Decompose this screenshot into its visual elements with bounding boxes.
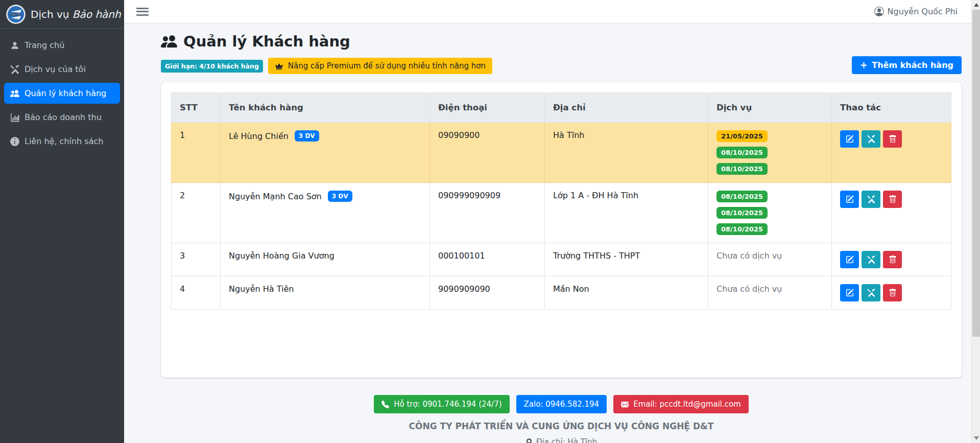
cell-actions [832, 243, 951, 276]
service-date-badge: 08/10/2025 [716, 207, 768, 219]
col-name: Tên khách hàng [221, 93, 430, 123]
brand-title: Dịch vụ Bảo hành [31, 8, 121, 20]
edit-icon [846, 289, 854, 297]
cell-address: Mần Non [545, 276, 708, 310]
footer-address-line: Địa chỉ: Hà Tĩnh [525, 437, 597, 443]
info-icon [10, 137, 19, 146]
cell-name: Nguyễn Hoàng Gia Vương [221, 243, 430, 276]
scroll-up-arrow-icon[interactable] [974, 3, 979, 7]
trash-icon [889, 255, 897, 264]
services-button[interactable] [862, 191, 880, 208]
service-date-badge: 21/05/2025 [716, 130, 768, 142]
service-date-badge: 08/10/2025 [716, 223, 768, 235]
footer: Hỗ trợ: 0901.746.194 (24/7) Zalo: 0946.5… [161, 395, 962, 443]
edit-button[interactable] [840, 130, 859, 148]
sidebar-item-bao-cao-doanh-thu[interactable]: Báo cáo doanh thu [4, 107, 120, 128]
tools-icon [867, 255, 875, 264]
tools-icon [10, 65, 19, 74]
services-button[interactable] [862, 130, 880, 148]
premium-upgrade-badge[interactable]: Nâng cấp Premium để sử dụng nhiều tính n… [268, 58, 492, 74]
cell-phone: 09090900 [430, 123, 545, 183]
cell-services: 21/05/2025 08/10/2025 08/10/2025 [708, 123, 832, 183]
person-icon [10, 41, 19, 50]
customer-table-card: STT Tên khách hàng Điện thoại Địa chỉ Dị… [161, 82, 962, 378]
support-phone-button[interactable]: Hỗ trợ: 0901.746.194 (24/7) [374, 395, 509, 413]
service-date-badge: 08/10/2025 [716, 191, 768, 202]
edit-button[interactable] [840, 191, 859, 208]
trash-icon [889, 289, 897, 297]
table-row[interactable]: 4 Nguyễn Hà Tiên 9090909090 Mần Non Chưa… [172, 276, 951, 310]
sidebar-item-quan-ly-khach-hang[interactable]: Quản lý khách hàng [4, 83, 120, 104]
cell-address: Lớp 1 A - ĐH Hà Tĩnh [545, 183, 708, 243]
users-icon [10, 89, 19, 98]
svg-text:GỌI TÔI: GỌI TÔI [11, 13, 20, 16]
cell-stt: 3 [172, 243, 221, 276]
services-button[interactable] [862, 251, 880, 268]
phone-icon [381, 401, 389, 408]
vertical-scrollbar[interactable] [971, 0, 980, 443]
no-service-label: Chưa có dịch vụ [716, 284, 782, 294]
delete-button[interactable] [883, 191, 902, 208]
edit-icon [846, 255, 854, 264]
sidebar-item-label: Quản lý khách hàng [25, 88, 106, 98]
cell-stt: 4 [172, 276, 221, 310]
no-service-label: Chưa có dịch vụ [716, 251, 782, 261]
edit-button[interactable] [840, 251, 859, 268]
email-button[interactable]: Email: pccdt.ltd@gmail.com [613, 395, 749, 413]
service-count-badge: 3 DV [295, 130, 319, 142]
add-customer-button[interactable]: Thêm khách hàng [852, 56, 962, 74]
trash-icon [889, 195, 897, 203]
user-name: Nguyễn Quốc Phi [888, 7, 958, 16]
company-name: CÔNG TY PHÁT TRIỂN VÀ CUNG ỨNG DỊCH VỤ C… [409, 421, 714, 431]
table-row[interactable]: 3 Nguyễn Hoàng Gia Vương 000100101 Trườn… [172, 243, 951, 276]
customer-table: STT Tên khách hàng Điện thoại Địa chỉ Dị… [171, 92, 951, 310]
sidebar-item-dich-vu-cua-toi[interactable]: Dịch vụ của tôi [4, 59, 120, 80]
sidebar-item-label: Trang chủ [25, 40, 64, 50]
cell-phone: 9090909090 [430, 276, 545, 310]
delete-button[interactable] [883, 284, 902, 301]
cell-address: Hà Tĩnh [545, 123, 708, 183]
main-area: Nguyễn Quốc Phi Quản lý Khách hàng Giới … [124, 0, 980, 443]
cell-services: Chưa có dịch vụ [708, 276, 832, 310]
sidebar-item-lien-he-chinh-sach[interactable]: Liên hệ, chính sách [4, 131, 120, 152]
edit-icon [846, 135, 854, 143]
sidebar-nav: Trang chủ Dịch vụ của tôi Quản lý khách … [0, 29, 124, 152]
cell-name: Nguyễn Mạnh Cao Sơn 3 DV [221, 183, 430, 243]
page-title: Quản lý Khách hàng [161, 33, 962, 50]
sidebar-item-label: Dịch vụ của tôi [25, 64, 86, 74]
table-row[interactable]: 1 Lê Hùng Chiến 3 DV 09090900 Hà Tĩnh [172, 123, 951, 183]
sidebar-item-label: Báo cáo doanh thu [25, 112, 102, 122]
sidebar-item-trang-chu[interactable]: Trang chủ [4, 35, 120, 56]
cell-stt: 1 [172, 123, 221, 183]
person-circle-icon [874, 7, 884, 16]
trash-icon [889, 135, 897, 143]
scroll-down-arrow-icon[interactable] [974, 436, 979, 440]
services-button[interactable] [862, 284, 880, 301]
toolbar: Giới hạn: 4/10 khách hàng Nâng cấp Premi… [161, 56, 962, 74]
tools-icon [867, 195, 875, 203]
app-window: GỌI TÔI Dịch vụ Bảo hành Trang chủ Dịch … [0, 0, 980, 443]
cell-stt: 2 [172, 183, 221, 243]
zalo-button[interactable]: Zalo: 0946.582.194 [516, 395, 607, 413]
users-icon [161, 33, 177, 50]
col-actions: Thao tác [832, 93, 951, 123]
cell-actions [832, 183, 951, 243]
hamburger-icon[interactable] [136, 7, 149, 17]
scrollbar-thumb[interactable] [972, 10, 980, 337]
cell-phone: 090999090909 [430, 183, 545, 243]
col-stt: STT [172, 93, 221, 123]
delete-button[interactable] [883, 251, 902, 268]
col-phone: Điện thoại [430, 93, 545, 123]
user-menu[interactable]: Nguyễn Quốc Phi [874, 7, 958, 16]
edit-button[interactable] [840, 284, 859, 301]
cell-actions [832, 123, 951, 183]
map-pin-icon [525, 438, 533, 443]
topbar: Nguyễn Quốc Phi [124, 0, 980, 24]
service-date-badge: 08/10/2025 [716, 147, 768, 158]
service-date-badge: 08/10/2025 [716, 163, 768, 175]
cell-address: Trường THTHS - THPT [545, 243, 708, 276]
delete-button[interactable] [883, 130, 902, 148]
app-logo: GỌI TÔI [6, 5, 26, 24]
table-row[interactable]: 2 Nguyễn Mạnh Cao Sơn 3 DV 090999090909 … [172, 183, 951, 243]
brand-header[interactable]: GỌI TÔI Dịch vụ Bảo hành [0, 0, 124, 29]
